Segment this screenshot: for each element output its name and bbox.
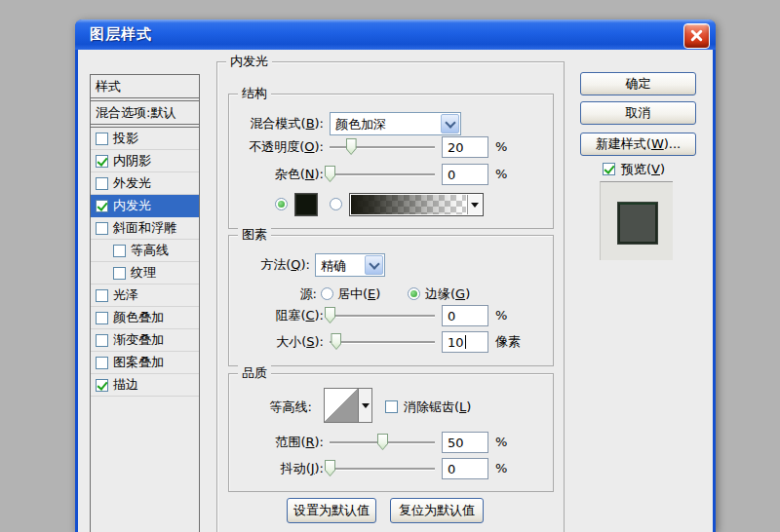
preview-checkbox[interactable] [603, 163, 615, 175]
source-center-radio[interactable] [321, 287, 333, 300]
inner-glow-checkbox[interactable] [96, 200, 108, 212]
opacity-label: 不透明度(O): [187, 137, 324, 157]
contour-picker[interactable] [324, 388, 359, 423]
sidebar-item-bevel-emboss[interactable]: 斜面和浮雕 [91, 217, 199, 240]
triangle-down-icon [471, 203, 479, 208]
technique-select[interactable]: 精确 [315, 253, 385, 277]
triangle-down-icon [362, 403, 370, 408]
choke-unit: % [495, 306, 507, 325]
jitter-input[interactable]: 0 [442, 458, 488, 479]
sidebar-item-stroke[interactable]: 描边 [91, 374, 199, 397]
dialog-body: 样式 混合选项:默认 投影 内阴影 外发光 内发光 [78, 50, 713, 532]
text-caret [465, 335, 466, 349]
chevron-down-icon [369, 258, 379, 269]
sidebar-item-drop-shadow[interactable]: 投影 [91, 128, 199, 150]
texture-checkbox[interactable] [113, 267, 126, 280]
jitter-label: 抖动(J): [187, 459, 324, 478]
noise-unit: % [495, 165, 507, 184]
range-unit: % [495, 433, 507, 452]
pattern-overlay-checkbox[interactable] [96, 357, 108, 369]
range-input[interactable]: 50 [442, 432, 488, 453]
size-label: 大小(S): [187, 332, 324, 352]
inner-shadow-checkbox[interactable] [96, 155, 108, 168]
source-edge-label[interactable]: 边缘(G) [425, 285, 470, 304]
slider-track[interactable] [330, 315, 435, 317]
noise-label: 杂色(N): [187, 165, 324, 184]
slider-thumb[interactable] [331, 333, 341, 350]
panel-title: 内发光 [226, 54, 272, 69]
gradient-overlay-checkbox[interactable] [96, 334, 108, 347]
noise-input[interactable]: 0 [442, 164, 488, 185]
close-button[interactable] [683, 23, 710, 49]
reset-default-button[interactable]: 复位为默认值 [390, 498, 484, 523]
source-edge-radio[interactable] [408, 287, 420, 300]
slider-thumb[interactable] [346, 138, 357, 155]
sidebar-item-blending-options[interactable]: 混合选项:默认 [91, 101, 199, 125]
noise-slider[interactable] [330, 165, 435, 184]
desktop: { "window": { "title": "图层样式" }, "sideba… [0, 0, 780, 532]
styles-list-header[interactable]: 样式 [91, 75, 199, 98]
size-unit: 像素 [495, 332, 521, 352]
styles-header-label: 样式 [96, 78, 121, 95]
glow-gradient-radio[interactable] [330, 198, 342, 210]
choke-input[interactable]: 0 [442, 305, 488, 326]
gradient-picker[interactable] [349, 193, 484, 216]
quality-group-title: 品质 [238, 365, 271, 381]
contour-dropdown-button[interactable] [358, 388, 372, 423]
range-slider[interactable] [330, 433, 435, 452]
sidebar-item-inner-glow[interactable]: 内发光 [91, 195, 199, 217]
source-center-label[interactable]: 居中(E) [337, 285, 380, 304]
stroke-checkbox[interactable] [96, 379, 108, 392]
sidebar-item-outer-glow[interactable]: 外发光 [91, 172, 199, 195]
contour-label: 等高线: [176, 398, 312, 417]
bevel-emboss-checkbox[interactable] [96, 222, 108, 235]
sidebar-item-inner-shadow[interactable]: 内阴影 [91, 150, 199, 172]
ok-button[interactable]: 确定 [580, 72, 696, 95]
structure-group-title: 结构 [238, 86, 271, 101]
antialias-label[interactable]: 消除锯齿(L) [404, 398, 471, 417]
sidebar-item-gradient-overlay[interactable]: 渐变叠加 [91, 329, 199, 352]
drop-shadow-checkbox[interactable] [96, 133, 108, 145]
technique-label: 方法(Q): [174, 255, 310, 275]
slider-track[interactable] [330, 468, 435, 470]
glow-color-radio[interactable] [275, 198, 288, 210]
blend-mode-label: 混合模式(B): [187, 114, 324, 133]
slider-track[interactable] [330, 341, 435, 343]
combo-dropdown-button[interactable] [441, 114, 459, 133]
preview-thumbnail [600, 181, 673, 260]
set-default-button[interactable]: 设置为默认值 [287, 498, 376, 523]
opacity-unit: % [495, 137, 507, 157]
glow-color-swatch[interactable] [294, 193, 318, 216]
blending-options-label: 混合选项:默认 [96, 104, 176, 122]
slider-track[interactable] [330, 146, 435, 148]
gradient-dropdown-button[interactable] [467, 195, 482, 214]
titlebar[interactable]: 图层样式 [75, 19, 716, 50]
opacity-input[interactable]: 20 [442, 136, 488, 158]
slider-track[interactable] [330, 173, 435, 175]
blend-mode-select[interactable]: 颜色加深 [330, 112, 461, 135]
jitter-slider[interactable] [330, 459, 435, 478]
satin-checkbox[interactable] [96, 289, 108, 302]
range-label: 范围(R): [187, 433, 324, 452]
layer-style-dialog: 图层样式 样式 混合选项:默认 投影 内阴影 [75, 19, 716, 532]
size-slider[interactable] [330, 332, 435, 352]
cancel-button[interactable]: 取消 [580, 101, 696, 125]
outer-glow-checkbox[interactable] [96, 177, 108, 190]
contour-checkbox[interactable] [113, 245, 126, 257]
color-overlay-checkbox[interactable] [96, 312, 108, 324]
sidebar-item-pattern-overlay[interactable]: 图案叠加 [91, 352, 199, 374]
antialias-checkbox[interactable] [385, 400, 398, 413]
new-style-button[interactable]: 新建样式(W)... [580, 133, 696, 156]
size-input[interactable]: 10 [442, 331, 488, 353]
combo-dropdown-button[interactable] [365, 255, 383, 275]
blend-mode-value: 颜色加深 [331, 113, 440, 134]
jitter-unit: % [495, 459, 507, 478]
opacity-slider[interactable] [330, 137, 435, 157]
gradient-preview[interactable] [351, 195, 466, 214]
choke-slider[interactable] [330, 306, 435, 325]
technique-value: 精确 [316, 254, 364, 276]
sidebar-item-color-overlay[interactable]: 颜色叠加 [91, 307, 199, 329]
slider-thumb[interactable] [377, 434, 388, 450]
preview-label[interactable]: 预览(V) [621, 160, 665, 179]
dialog-title: 图层样式 [90, 25, 152, 44]
